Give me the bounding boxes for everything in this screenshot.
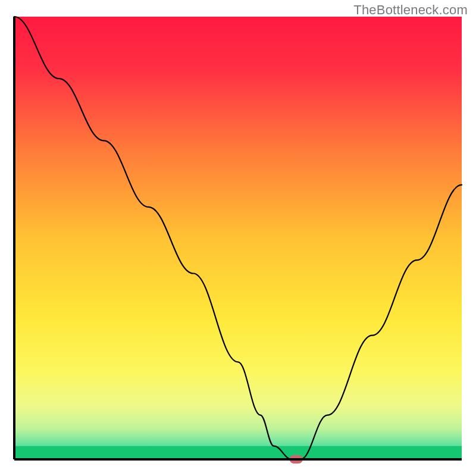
watermark-text: TheBottleneck.com	[353, 2, 468, 18]
plot-bottom-band	[14, 446, 462, 459]
bottleneck-chart	[0, 0, 476, 476]
chart-container: TheBottleneck.com	[0, 0, 476, 476]
plot-background	[14, 17, 462, 459]
